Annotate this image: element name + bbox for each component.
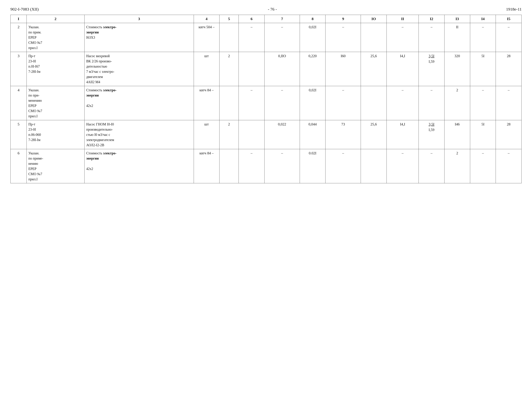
row5-col5: 2	[219, 120, 239, 149]
row6-col12: –	[419, 149, 444, 183]
row6-col13: 2	[444, 149, 470, 183]
row6-col10	[361, 149, 386, 183]
row3-col6	[239, 52, 264, 86]
row-num-2: 2	[11, 23, 27, 52]
row5-col10: 25,6	[361, 120, 386, 149]
row5-col2: Пр-т23-0Iп.06-0607-28I-Iм	[26, 120, 84, 149]
row2-col11: –	[386, 23, 419, 52]
doc-number: 902-I-7083 (XII)	[10, 7, 39, 12]
row3-col9: I60	[325, 52, 361, 86]
row4-col10	[361, 86, 386, 120]
row-num-5: 5	[11, 120, 27, 149]
row4-col3: Стоимость электро-энергии 42х2	[84, 86, 194, 120]
row-num-3: 3	[11, 52, 27, 86]
row3-col2: Пр-т23-0Iп.0I-I677-28I-Iм	[26, 52, 84, 86]
col-header-10: IO	[361, 15, 386, 23]
row2-col10	[361, 23, 386, 52]
doc-date: 1918е-11	[506, 7, 522, 12]
row6-col3: Стоимость электро-энергии 42х2	[84, 149, 194, 183]
row2-col7: –	[264, 23, 300, 52]
col-header-11: II	[386, 15, 419, 23]
row5-col13: I46	[444, 120, 470, 149]
row2-col5	[219, 23, 239, 52]
row6-col2: Указан.по приме-нениюЕРЕРСМО №7прил.I	[26, 149, 84, 183]
row5-col7: 0,022	[264, 120, 300, 149]
row2-col13: II	[444, 23, 470, 52]
row4-col15: –	[496, 86, 522, 120]
row6-col7: –	[264, 149, 300, 183]
row4-col6: –	[239, 86, 264, 120]
col-header-3: 3	[84, 15, 194, 23]
row3-col15: 28	[496, 52, 522, 86]
table-row: 2 Указан.по прим.ЕРЕРСМО №7прил.I Стоимо…	[11, 23, 522, 52]
row5-col14: 5I	[470, 120, 496, 149]
row6-col6: –	[239, 149, 264, 183]
row3-col4: шт	[194, 52, 219, 86]
row5-col11: I4,I	[386, 120, 419, 149]
row5-col12: 3,5II,59	[419, 120, 444, 149]
row6-col15: –	[496, 149, 522, 183]
row4-col13: 2	[444, 86, 470, 120]
row5-col9: 73	[325, 120, 361, 149]
row6-col9: –	[325, 149, 361, 183]
col-header-4: 4	[194, 15, 219, 23]
row2-col14: –	[470, 23, 496, 52]
row6-col5	[219, 149, 239, 183]
row2-col12: –	[419, 23, 444, 52]
col-header-9: 9	[325, 15, 361, 23]
row5-col4: шт	[194, 120, 219, 149]
row2-col8: 0,02I	[300, 23, 325, 52]
row4-col5	[219, 86, 239, 120]
col-header-1: I	[11, 15, 27, 23]
row5-col8: 0,044	[300, 120, 325, 149]
row3-col13: 320	[444, 52, 470, 86]
row3-col3: Насос вихревой ВК 2/26 произво- дительно…	[84, 52, 194, 86]
row3-col14: 5I	[470, 52, 496, 86]
col-header-13: I3	[444, 15, 470, 23]
row-num-4: 4	[11, 86, 27, 120]
row3-col8: 0,220	[300, 52, 325, 86]
row5-col3: Насос ГНОМ I0-I0 производительно- стью I…	[84, 120, 194, 149]
col-header-14: I4	[470, 15, 496, 23]
row3-col12: 3,5II,59	[419, 52, 444, 86]
table-row: 6 Указан.по приме-нениюЕРЕРСМО №7прил.I …	[11, 149, 522, 183]
row6-col8: 0.02I	[300, 149, 325, 183]
row3-col10: 25,6	[361, 52, 386, 86]
col-header-15: I5	[496, 15, 522, 23]
row2-col2: Указан.по прим.ЕРЕРСМО №7прил.I	[26, 23, 84, 52]
col-header-5: 5	[219, 15, 239, 23]
row4-col7: –	[264, 86, 300, 120]
row5-col6	[239, 120, 264, 149]
row4-col11: –	[386, 86, 419, 120]
row4-col4: квтч 84 –	[194, 86, 219, 120]
row-num-6: 6	[11, 149, 27, 183]
col-header-6: 6	[239, 15, 264, 23]
page-number: - 76 -	[268, 7, 277, 12]
row2-col4: квтч 504 –	[194, 23, 219, 52]
row4-col14: –	[470, 86, 496, 120]
row4-col2: Указан.по при-менениюЕРЕРСМО №7прил.I	[26, 86, 84, 120]
table-header-row: I 2 3 4 5 6 7 8 9 IO II I2 I3 I4 I5	[11, 15, 522, 23]
row3-col11: I4,I	[386, 52, 419, 86]
row6-col11: –	[386, 149, 419, 183]
main-table: I 2 3 4 5 6 7 8 9 IO II I2 I3 I4 I5 2 Ук…	[10, 15, 522, 183]
col-header-2: 2	[26, 15, 84, 23]
row3-col5: 2	[219, 52, 239, 86]
row5-col15: 28	[496, 120, 522, 149]
col-header-7: 7	[264, 15, 300, 23]
row4-col8: 0,02I	[300, 86, 325, 120]
row2-col9: –	[325, 23, 361, 52]
row6-col14: –	[470, 149, 496, 183]
row2-col15: –	[496, 23, 522, 52]
row4-col12: –	[419, 86, 444, 120]
table-row: 3 Пр-т23-0Iп.0I-I677-28I-Iм Насос вихрев…	[11, 52, 522, 86]
row2-col3: Стоимость электро- энергии I63Х3	[84, 23, 194, 52]
table-row: 4 Указан.по при-менениюЕРЕРСМО №7прил.I …	[11, 86, 522, 120]
row2-col6: –	[239, 23, 264, 52]
col-header-12: I2	[419, 15, 444, 23]
table-row: 5 Пр-т23-0Iп.06-0607-28I-Iм Насос ГНОМ I…	[11, 120, 522, 149]
row6-col4: квтч 84 –	[194, 149, 219, 183]
col-header-8: 8	[300, 15, 325, 23]
row4-col9: –	[325, 86, 361, 120]
row3-col7: 0,IIO	[264, 52, 300, 86]
